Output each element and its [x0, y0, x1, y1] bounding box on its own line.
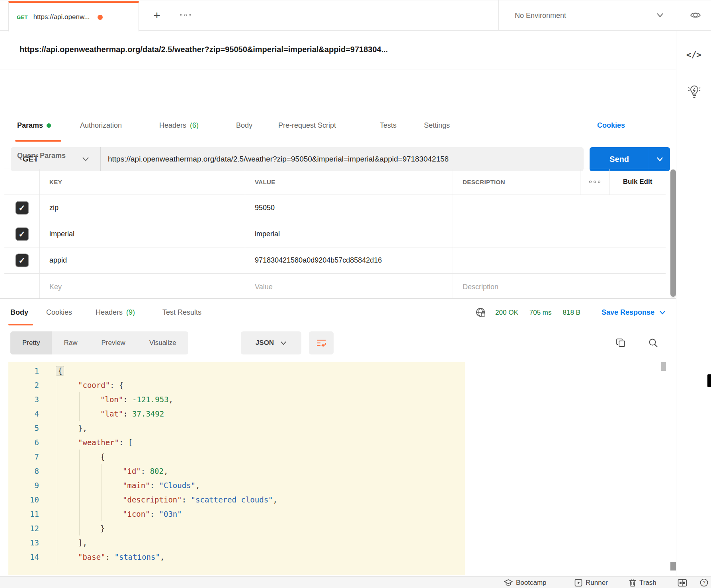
response-tab-body[interactable]: Body: [10, 299, 28, 326]
request-tabs-row: Params Authorization Headers (6) Body Pr…: [0, 109, 676, 142]
code-line: 11"icon": "03n": [8, 507, 465, 521]
column-header-key: KEY: [49, 179, 62, 185]
code-line: 7{: [8, 450, 465, 464]
response-tab-headers[interactable]: Headers (9): [96, 299, 135, 326]
copy-response-button[interactable]: [615, 337, 627, 349]
description-placeholder[interactable]: Description: [463, 283, 498, 291]
trash-icon: [629, 579, 636, 587]
bootcamp-label: Bootcamp: [516, 579, 547, 587]
help-button[interactable]: ?: [700, 577, 708, 588]
empty-checkbox-cell: [4, 274, 40, 300]
save-response-button[interactable]: Save Response: [602, 308, 666, 317]
table-row: appid 971830421580a0d9204b57cd85842d16: [4, 247, 666, 274]
param-value[interactable]: 95050: [255, 204, 275, 212]
key-placeholder[interactable]: Key: [49, 283, 62, 291]
tab-headers[interactable]: Headers (6): [159, 109, 199, 142]
param-description[interactable]: [453, 247, 666, 273]
tab-bar: GET https://api.openw... + No Environmen…: [0, 0, 711, 31]
view-preview-button[interactable]: Preview: [89, 331, 137, 354]
divider: [591, 308, 591, 318]
code-line: 10"description": "scattered clouds",: [8, 493, 465, 507]
wrap-lines-button[interactable]: [309, 331, 334, 354]
view-pretty-button[interactable]: Pretty: [10, 331, 52, 354]
param-description[interactable]: [453, 221, 666, 247]
request-builder-row: GET Send: [0, 70, 676, 109]
format-value: JSON: [256, 339, 274, 347]
query-params-title: Query Params: [17, 152, 66, 160]
response-body-json[interactable]: 1{2"coord": {3"lon": -121.953,4"lat": 37…: [8, 362, 465, 575]
response-size: 818 B: [563, 309, 580, 317]
tab-headers-label: Headers: [159, 121, 186, 130]
param-key[interactable]: appid: [49, 256, 67, 265]
tab-pre-request-script[interactable]: Pre-request Script: [278, 109, 336, 142]
response-header: Body Cookies Headers (9) Test Results 20…: [0, 299, 676, 326]
cookies-link[interactable]: Cookies: [597, 109, 625, 142]
url-box: GET: [11, 147, 584, 171]
help-icon: ?: [700, 578, 708, 587]
response-tab-cookies-label: Cookies: [46, 308, 72, 317]
right-sidebar: [676, 31, 711, 576]
tab-authorization[interactable]: Authorization: [80, 109, 122, 142]
view-visualize-button[interactable]: Visualize: [137, 331, 188, 354]
search-response-button[interactable]: [648, 337, 659, 349]
send-button[interactable]: Send: [590, 147, 649, 171]
code-line: 3"lon": -121.953,: [8, 392, 465, 407]
trash-button[interactable]: Trash: [629, 577, 656, 588]
tab-body[interactable]: Body: [236, 109, 252, 142]
tab-options-icon[interactable]: [180, 14, 191, 16]
lightbulb-icon: [688, 84, 701, 99]
row-checkbox[interactable]: [16, 254, 28, 267]
send-options-chevron[interactable]: [649, 147, 670, 171]
postman-window: GET https://api.openw... + No Environmen…: [0, 0, 711, 588]
table-row: imperial imperial: [4, 221, 666, 247]
param-key[interactable]: imperial: [49, 230, 74, 238]
response-scrollbar-thumb[interactable]: [661, 362, 666, 371]
tab-params[interactable]: Params: [17, 109, 51, 142]
tab-pre-request-script-label: Pre-request Script: [278, 121, 336, 130]
param-key[interactable]: zip: [49, 204, 59, 212]
request-tab[interactable]: GET https://api.openw...: [8, 1, 139, 31]
environment-quick-look-eye-icon[interactable]: [690, 10, 701, 20]
two-panes-icon: [678, 579, 687, 587]
table-header-row: KEY VALUE DESCRIPTION Bulk Edit: [4, 169, 666, 195]
param-value[interactable]: 971830421580a0d9204b57cd85842d16: [255, 256, 382, 265]
panes-layout-button[interactable]: [678, 577, 687, 588]
bulk-edit-button[interactable]: Bulk Edit: [623, 178, 652, 186]
svg-text:?: ?: [703, 580, 705, 586]
tab-params-label: Params: [17, 121, 43, 130]
bootcamp-button[interactable]: Bootcamp: [504, 577, 547, 588]
new-tab-button[interactable]: +: [150, 10, 163, 23]
tab-settings[interactable]: Settings: [424, 109, 450, 142]
code-lines: 1{2"coord": {3"lon": -121.953,4"lat": 37…: [8, 364, 465, 564]
view-raw-button[interactable]: Raw: [52, 331, 89, 354]
page-scrollbar-thumb[interactable]: [670, 562, 676, 570]
code-line: 1{: [8, 364, 465, 378]
documentation-bulb-button[interactable]: [686, 83, 702, 100]
scrollbar-thumb[interactable]: [670, 169, 676, 297]
runner-play-icon: [574, 579, 582, 587]
environment-selector[interactable]: No Environment: [515, 0, 566, 31]
globe-lock-icon[interactable]: [475, 307, 486, 318]
row-checkbox[interactable]: [16, 202, 28, 214]
code-snippet-button[interactable]: </>: [685, 47, 703, 63]
view-mode-group: Pretty Raw Preview Visualize: [10, 331, 188, 354]
wrap-lines-icon: [316, 338, 326, 348]
graduation-cap-icon: [504, 579, 513, 586]
url-input[interactable]: [101, 147, 584, 171]
chevron-down-icon[interactable]: [656, 12, 664, 18]
value-placeholder[interactable]: Value: [255, 283, 273, 291]
mouse-cursor: [707, 374, 711, 387]
tab-tests-label: Tests: [380, 121, 397, 130]
response-tab-body-label: Body: [10, 308, 28, 317]
divider: [498, 0, 499, 31]
params-scrollbar[interactable]: [670, 169, 676, 298]
response-tab-cookies[interactable]: Cookies: [46, 299, 72, 326]
param-description[interactable]: [453, 195, 666, 221]
format-select[interactable]: JSON: [241, 331, 301, 354]
runner-button[interactable]: Runner: [574, 577, 608, 588]
row-checkbox[interactable]: [16, 228, 28, 240]
response-tab-test-results[interactable]: Test Results: [162, 299, 201, 326]
tab-tests[interactable]: Tests: [380, 109, 397, 142]
params-more-options-icon[interactable]: [580, 169, 609, 195]
param-value[interactable]: imperial: [255, 230, 280, 238]
